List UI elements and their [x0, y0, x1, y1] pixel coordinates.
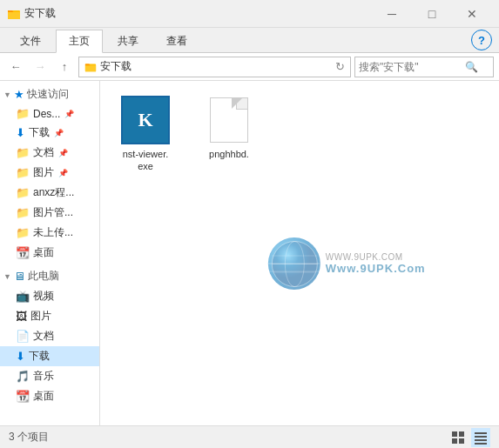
folder-icon: [7, 7, 21, 21]
back-button[interactable]: ←: [5, 57, 26, 77]
file-name-1: pnghhbd.: [209, 148, 249, 160]
watermark-line2: Www.9UPK.Com: [326, 262, 426, 275]
this-pc-header[interactable]: ▼ 🖥 此电脑: [0, 266, 99, 286]
grid-view-button[interactable]: [448, 428, 468, 447]
sidebar-item-video[interactable]: 📺 视频: [0, 286, 99, 306]
help-button[interactable]: ?: [471, 30, 492, 50]
file-fold: [232, 98, 242, 109]
quick-access-label: 快速访问: [27, 87, 69, 102]
this-pc-section: ▼ 🖥 此电脑 📺 视频 🖼 图片 📄 文档 ⬇ 下载 🎵: [0, 266, 99, 406]
close-button[interactable]: ✕: [452, 0, 492, 28]
folder-icon-pictures: 📁: [16, 166, 30, 179]
sidebar-item-documents[interactable]: 📄 文档: [0, 326, 99, 346]
download-icon-2: ⬇: [16, 350, 25, 363]
address-folder-icon: [84, 61, 97, 73]
folder-icon-des: 📁: [16, 107, 30, 120]
address-breadcrumb: 快速访问 安下载: [100, 59, 131, 74]
file-page: [210, 97, 248, 143]
grid-view-icon: [451, 431, 465, 445]
sidebar-item-upload[interactable]: 📁 未上传...: [0, 223, 99, 243]
maximize-button[interactable]: □: [412, 0, 452, 28]
folder-icon-anxz: 📁: [16, 186, 30, 199]
sidebar-item-photos[interactable]: 🖼 图片: [0, 306, 99, 326]
file-item-1[interactable]: pnghhbd.: [194, 91, 264, 177]
list-view-button[interactable]: [471, 428, 490, 447]
sidebar-item-des[interactable]: 📁 Des... 📌: [0, 104, 99, 123]
pin-icon-3: 📌: [58, 149, 68, 157]
ribbon-tabs: 文件 主页 共享 查看 ?: [0, 28, 499, 52]
title-bar: 安下载 ─ □ ✕: [0, 0, 499, 28]
file-area: K nst-viewer. exe pnghhbd.: [100, 81, 499, 425]
exe-icon-letter: K: [138, 109, 152, 131]
minimize-button[interactable]: ─: [372, 0, 412, 28]
svg-rect-13: [475, 436, 487, 438]
tab-file[interactable]: 文件: [7, 30, 54, 52]
tab-view[interactable]: 查看: [153, 30, 200, 52]
sidebar-item-downloads[interactable]: ⬇ 下载 📌: [0, 123, 99, 143]
up-button[interactable]: ↑: [54, 57, 75, 77]
chevron-icon-2: ▼: [3, 272, 11, 281]
file-item-0[interactable]: K nst-viewer. exe: [111, 91, 180, 177]
sidebar-item-docs[interactable]: 📁 文档 📌: [0, 143, 99, 163]
watermark-text: WWW.9UPK.COM Www.9UPK.Com: [326, 252, 426, 275]
main-content: ▼ ★ 快速访问 📁 Des... 📌 ⬇ 下载 📌 📁 文档 📌 📁: [0, 81, 499, 425]
quick-access-header[interactable]: ▼ ★ 快速访问: [0, 84, 99, 104]
svg-rect-12: [475, 432, 487, 434]
desktop-icon: 📆: [16, 246, 30, 259]
address-bar[interactable]: 快速访问 安下载 ↻: [78, 57, 351, 77]
svg-point-3: [285, 241, 304, 286]
sidebar-item-desktop2[interactable]: 📆 桌面: [0, 386, 99, 406]
music-icon: 🎵: [16, 370, 30, 383]
pin-icon-2: 📌: [54, 129, 64, 137]
search-box[interactable]: 🔍: [354, 57, 494, 77]
svg-rect-14: [475, 439, 487, 441]
folder-icon-picmgr: 📁: [16, 206, 30, 219]
sidebar-item-dl[interactable]: ⬇ 下载: [0, 346, 99, 366]
title-bar-title: 安下载: [24, 6, 56, 21]
quick-access-star-icon: ★: [14, 88, 24, 101]
download-icon: ⬇: [16, 126, 25, 139]
chevron-icon: ▼: [3, 90, 11, 99]
folder-icon-photos: 🖼: [16, 310, 27, 323]
list-view-icon: [474, 431, 488, 445]
exe-file-icon: K: [121, 96, 170, 144]
svg-rect-15: [475, 443, 487, 445]
svg-point-2: [272, 241, 317, 286]
search-button[interactable]: 🔍: [465, 61, 478, 73]
svg-rect-10: [452, 438, 457, 444]
sidebar-item-desktop[interactable]: 📆 桌面: [0, 243, 99, 263]
sidebar-item-anxz[interactable]: 📁 anxz程...: [0, 183, 99, 203]
computer-icon: 🖥: [14, 270, 25, 283]
title-bar-controls: ─ □ ✕: [372, 0, 492, 28]
watermark: WWW.9UPK.COM Www.9UPK.Com: [268, 237, 426, 290]
folder-icon-documents: 📄: [16, 330, 30, 343]
folder-icon-upload: 📁: [16, 226, 30, 239]
sidebar-item-pictures[interactable]: 📁 图片 📌: [0, 163, 99, 183]
svg-point-7: [272, 241, 317, 286]
watermark-line1: WWW.9UPK.COM: [326, 252, 426, 262]
pin-icon: 📌: [64, 110, 74, 118]
tab-share[interactable]: 共享: [105, 30, 152, 52]
sidebar: ▼ ★ 快速访问 📁 Des... 📌 ⬇ 下载 📌 📁 文档 📌 📁: [0, 81, 100, 425]
svg-rect-9: [459, 431, 464, 437]
file-name-0: nst-viewer. exe: [115, 148, 176, 173]
status-bar: 3 个项目: [0, 425, 499, 448]
globe-svg: [270, 240, 318, 288]
item-count: 3 个项目: [9, 430, 49, 445]
generic-file-icon: [205, 96, 253, 144]
breadcrumb-current: 安下载: [100, 59, 131, 74]
this-pc-label: 此电脑: [28, 269, 59, 284]
folder-icon-docs: 📁: [16, 146, 30, 159]
svg-rect-8: [452, 431, 457, 437]
address-bar-row: ← → ↑ 快速访问 安下载 ↻ 🔍: [0, 53, 499, 81]
svg-rect-11: [459, 438, 464, 444]
sidebar-item-music[interactable]: 🎵 音乐: [0, 366, 99, 386]
sidebar-item-picmgr[interactable]: 📁 图片管...: [0, 203, 99, 223]
folder-icon-video: 📺: [16, 290, 30, 303]
tab-home[interactable]: 主页: [56, 30, 103, 53]
search-input[interactable]: [359, 61, 463, 73]
forward-button[interactable]: →: [30, 57, 51, 77]
title-bar-left: 安下载: [7, 6, 56, 21]
pin-icon-4: 📌: [58, 169, 68, 177]
refresh-icon[interactable]: ↻: [335, 60, 345, 73]
